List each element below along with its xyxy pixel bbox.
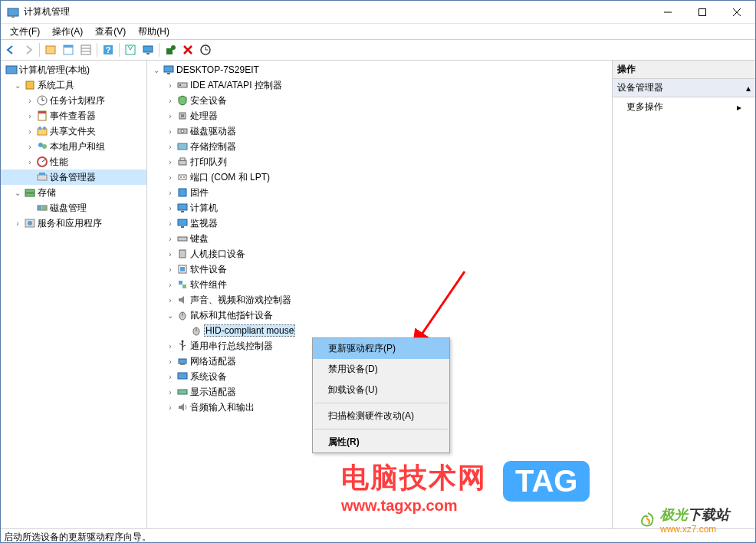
- expander-closed-icon[interactable]: ›: [25, 112, 35, 120]
- device-root[interactable]: ⌄DESKTOP-7S29EIT: [147, 62, 612, 77]
- cpu-icon: [176, 110, 189, 122]
- menu-scan-hardware[interactable]: 扫描检测硬件改动(A): [313, 406, 449, 426]
- menu-file[interactable]: 文件(F): [4, 24, 46, 40]
- dev-mouse[interactable]: ⌄鼠标和其他指针设备: [147, 308, 612, 323]
- svg-rect-68: [179, 281, 182, 285]
- tree-services[interactable]: ›服务和应用程序: [1, 216, 146, 231]
- watermark-text: 电脑技术网 www.tagxp.com: [341, 459, 487, 515]
- actions-section[interactable]: 设备管理器 ▴: [613, 79, 755, 97]
- svg-rect-61: [181, 211, 184, 212]
- close-button[interactable]: [719, 1, 754, 23]
- dev-sound[interactable]: ›声音、视频和游戏控制器: [147, 292, 612, 308]
- dev-cpu[interactable]: ›处理器: [147, 108, 612, 123]
- dev-firmware[interactable]: ›固件: [147, 185, 612, 200]
- expander-closed-icon[interactable]: ›: [25, 127, 35, 136]
- dev-ports[interactable]: ›端口 (COM 和 LPT): [147, 169, 612, 185]
- services-label: 服务和应用程序: [38, 217, 102, 230]
- dev-ide[interactable]: ›IDE ATA/ATAPI 控制器: [147, 77, 612, 93]
- dev-hid-mouse[interactable]: HID-compliant mouse: [147, 323, 612, 338]
- svg-rect-77: [180, 364, 185, 365]
- expander-open-icon[interactable]: ⌄: [166, 311, 175, 320]
- expander-closed-icon[interactable]: ›: [25, 143, 35, 151]
- sound-icon: [176, 294, 189, 306]
- tb-delete-icon[interactable]: [179, 41, 196, 58]
- security-label: 安全设备: [190, 94, 227, 107]
- dev-sw-device[interactable]: ›软件设备: [147, 262, 612, 277]
- tree-event-viewer[interactable]: ›事件查看器: [1, 108, 146, 123]
- dev-disk-drive[interactable]: ›磁盘驱动器: [147, 123, 612, 139]
- tree-task-scheduler[interactable]: ›任务计划程序: [1, 93, 146, 108]
- system-icon: [176, 370, 189, 383]
- dev-security[interactable]: ›安全设备: [147, 93, 612, 108]
- actions-more[interactable]: 更多操作 ▸: [613, 97, 755, 117]
- expander-closed-icon[interactable]: ›: [25, 158, 35, 166]
- dev-print-queue[interactable]: ›打印队列: [147, 154, 612, 169]
- expander-closed-icon[interactable]: ›: [13, 219, 22, 228]
- tb-icon-5[interactable]: [122, 41, 139, 58]
- svg-rect-63: [181, 226, 184, 228]
- dev-sw-component[interactable]: ›软件组件: [147, 277, 612, 292]
- menu-update-driver[interactable]: 更新驱动程序(P): [313, 338, 449, 359]
- dev-hid[interactable]: ›人机接口设备: [147, 246, 612, 262]
- watermark-cn: 电脑技术网: [341, 459, 487, 497]
- menu-action[interactable]: 操作(A): [46, 24, 89, 40]
- svg-rect-67: [180, 267, 185, 272]
- help-icon[interactable]: ?: [100, 41, 117, 58]
- monitor-icon: [176, 217, 189, 229]
- menu-disable-device[interactable]: 禁用设备(D): [313, 359, 449, 380]
- usb-icon: [176, 340, 189, 352]
- tree-shared-folders[interactable]: ›共享文件夹: [1, 123, 146, 139]
- disable-label: 禁用设备(D): [328, 364, 378, 374]
- expander-open-icon[interactable]: ⌄: [13, 81, 22, 90]
- menu-view[interactable]: 查看(V): [89, 24, 132, 40]
- actions-section-label: 设备管理器: [617, 81, 663, 94]
- dev-computer[interactable]: ›计算机: [147, 200, 612, 216]
- expander-open-icon[interactable]: ⌄: [13, 189, 22, 197]
- tb-icon-1[interactable]: [42, 41, 59, 58]
- tree-storage[interactable]: ⌄存储: [1, 185, 146, 200]
- tree-local-users[interactable]: ›本地用户和组: [1, 139, 146, 154]
- tree-disk-mgmt[interactable]: 磁盘管理: [1, 200, 146, 216]
- watermark-jg: 极光下载站 www.xz7.com: [639, 505, 729, 535]
- tree-device-manager[interactable]: 设备管理器: [1, 169, 146, 185]
- tb-update-icon[interactable]: [197, 41, 214, 58]
- maximize-button[interactable]: [685, 1, 719, 23]
- tb-icon-2[interactable]: [60, 41, 77, 58]
- forward-button[interactable]: [20, 41, 37, 58]
- svg-rect-15: [143, 46, 153, 52]
- svg-rect-28: [38, 111, 46, 114]
- expander-closed-icon[interactable]: ›: [25, 97, 35, 105]
- tb-icon-3[interactable]: [77, 41, 94, 58]
- svg-rect-22: [6, 66, 17, 74]
- sw-component-icon: [176, 278, 189, 291]
- svg-rect-38: [25, 189, 35, 193]
- svg-rect-62: [178, 219, 187, 225]
- printer-icon: [176, 156, 189, 168]
- back-button[interactable]: [2, 41, 19, 58]
- uninstall-label: 卸载设备(U): [328, 384, 378, 395]
- menu-properties[interactable]: 属性(R): [313, 432, 449, 452]
- window-controls: [650, 1, 754, 23]
- tree-perf[interactable]: ›性能: [1, 154, 146, 169]
- menu-help[interactable]: 帮助(H): [132, 24, 176, 40]
- svg-rect-8: [64, 45, 73, 48]
- minimize-button[interactable]: [650, 1, 685, 23]
- svg-rect-41: [38, 206, 41, 209]
- dev-storage-ctrl[interactable]: ›存储控制器: [147, 139, 612, 154]
- menu-uninstall-device[interactable]: 卸载设备(U): [313, 380, 449, 400]
- tree-root[interactable]: 计算机管理(本地): [1, 62, 146, 77]
- dev-keyboard[interactable]: ›键盘: [147, 231, 612, 246]
- mouse-icon: [190, 324, 202, 337]
- tree-sys-tools[interactable]: ⌄系统工具: [1, 77, 146, 93]
- expander-open-icon[interactable]: ⌄: [152, 66, 161, 74]
- local-users-label: 本地用户和组: [50, 140, 105, 153]
- svg-rect-36: [38, 175, 47, 180]
- tb-hw-icon[interactable]: [162, 41, 179, 58]
- svg-rect-0: [8, 8, 18, 16]
- tb-monitor-icon[interactable]: [140, 41, 156, 58]
- storage-ctrl-icon: [176, 140, 189, 153]
- hid-label: 人机接口设备: [190, 248, 245, 261]
- device-tree-panel: ⌄DESKTOP-7S29EIT ›IDE ATA/ATAPI 控制器 ›安全设…: [147, 61, 613, 528]
- display-adapter-icon: [176, 386, 189, 398]
- dev-monitor[interactable]: ›监视器: [147, 216, 612, 231]
